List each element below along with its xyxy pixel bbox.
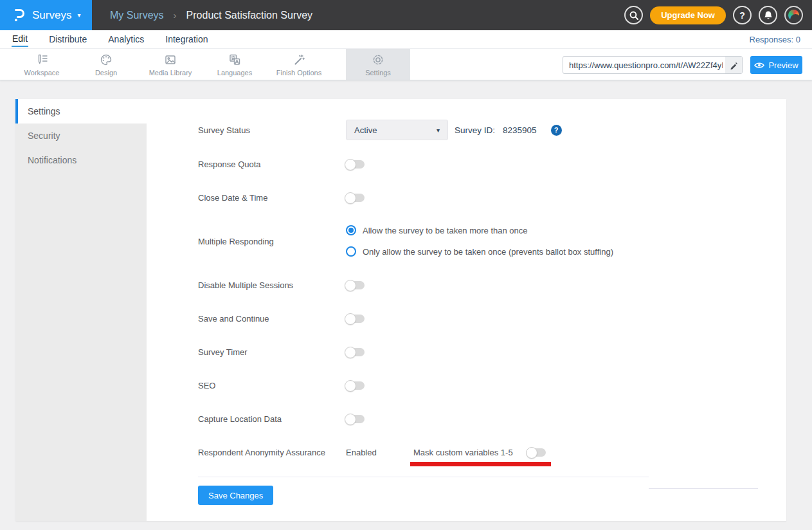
- survey-timer-label: Survey Timer: [198, 347, 346, 357]
- survey-nav: Edit Distribute Analytics Integration Re…: [0, 30, 812, 48]
- sidebar-item-security[interactable]: Security: [15, 123, 147, 148]
- preview-label: Preview: [768, 60, 798, 70]
- toolbar-item-languages[interactable]: Languages: [203, 49, 267, 80]
- edit-url-button[interactable]: [725, 57, 742, 73]
- save-continue-label: Save and Continue: [198, 314, 346, 324]
- mask-variables-label: Mask custom variables 1-5: [413, 448, 527, 457]
- product-switcher[interactable]: Surveys ▾: [0, 0, 92, 30]
- question-mark-icon: ?: [739, 10, 745, 21]
- breadcrumb-my-surveys[interactable]: My Surveys: [110, 10, 164, 21]
- tab-integration[interactable]: Integration: [165, 33, 208, 46]
- multiple-responding-label: Multiple Responding: [198, 225, 346, 257]
- survey-status-row: Survey Status Active ▾ Survey ID: 823590…: [198, 120, 562, 140]
- anonymity-status: Enabled: [346, 448, 413, 457]
- toolbar-item-label: Settings: [365, 69, 391, 77]
- image-icon: [163, 53, 177, 67]
- survey-status-select[interactable]: Active ▾: [346, 120, 448, 140]
- mask-variables-toggle[interactable]: [527, 448, 546, 457]
- preview-button[interactable]: Preview: [750, 56, 802, 74]
- survey-id-label: Survey ID:: [455, 125, 495, 135]
- radio-option-label: Allow the survey to be taken more than o…: [363, 226, 528, 235]
- toolbar-item-label: Finish Options: [276, 69, 321, 77]
- help-button[interactable]: ?: [733, 6, 752, 24]
- seo-toggle[interactable]: [346, 381, 365, 390]
- chevron-down-icon: ▾: [77, 12, 80, 19]
- settings-sidebar: Settings Security Notifications: [15, 99, 147, 521]
- responses-count[interactable]: Responses: 0: [750, 35, 801, 44]
- sidebar-item-label: Security: [28, 131, 60, 141]
- survey-url-input[interactable]: [563, 60, 725, 70]
- save-changes-button[interactable]: Save Changes: [198, 486, 273, 505]
- survey-url-box: [563, 56, 743, 74]
- response-quota-toggle[interactable]: [346, 160, 365, 169]
- tab-distribute[interactable]: Distribute: [48, 33, 87, 46]
- chevron-right-icon: ›: [174, 10, 177, 21]
- survey-id-value: 8235905: [503, 125, 537, 135]
- toolbar-item-workspace[interactable]: Workspace: [10, 49, 74, 80]
- pencil-icon: [730, 61, 738, 69]
- search-button[interactable]: [624, 6, 643, 24]
- radio-selected-icon[interactable]: [346, 225, 356, 235]
- edit-toolbar: Workspace Design Media Library Languages…: [0, 48, 812, 80]
- disable-sessions-row: Disable Multiple Sessions: [198, 280, 365, 290]
- magic-wand-icon: [292, 53, 306, 67]
- breadcrumb: My Surveys › Product Satisfaction Survey: [110, 10, 312, 21]
- user-avatar[interactable]: [784, 6, 803, 24]
- radio-unselected-icon[interactable]: [346, 246, 356, 257]
- toolbar-item-settings[interactable]: Settings: [346, 49, 410, 80]
- anonymity-label: Respondent Anonymity Assurance: [198, 448, 346, 457]
- capture-location-row: Capture Location Data: [198, 414, 365, 424]
- gear-icon: [371, 53, 385, 67]
- search-icon: [629, 10, 639, 21]
- seo-row: SEO: [198, 380, 365, 390]
- sidebar-item-notifications[interactable]: Notifications: [15, 148, 147, 172]
- survey-status-label: Survey Status: [198, 125, 346, 135]
- capture-location-label: Capture Location Data: [198, 414, 346, 424]
- toolbar-item-label: Workspace: [24, 69, 60, 77]
- tab-analytics[interactable]: Analytics: [107, 33, 145, 46]
- radio-option-once[interactable]: Only allow the survey to be taken once (…: [346, 246, 613, 257]
- eye-icon: [754, 62, 764, 69]
- survey-timer-toggle[interactable]: [346, 348, 365, 356]
- sidebar-background: Security Notifications: [15, 123, 147, 521]
- settings-panel: Settings Security Notifications Survey S…: [15, 99, 786, 521]
- notifications-button[interactable]: [759, 6, 777, 24]
- avatar-image: [788, 10, 799, 21]
- upgrade-now-button[interactable]: Upgrade Now: [650, 6, 726, 24]
- radio-option-multiple[interactable]: Allow the survey to be taken more than o…: [346, 225, 613, 235]
- bell-icon: [763, 10, 773, 21]
- toolbar-item-label: Design: [95, 69, 117, 77]
- toolbar-item-media-library[interactable]: Media Library: [138, 49, 203, 80]
- close-date-toggle[interactable]: [346, 194, 365, 202]
- toolbar-item-finish-options[interactable]: Finish Options: [267, 49, 331, 80]
- annotation-red-underline: [410, 462, 551, 466]
- secondary-divider: [649, 488, 758, 489]
- product-name: Surveys: [32, 9, 71, 22]
- toolbar-item-label: Media Library: [149, 69, 192, 77]
- anonymity-row: Respondent Anonymity Assurance Enabled M…: [198, 447, 546, 457]
- seo-label: SEO: [198, 381, 346, 390]
- form-divider: [198, 477, 649, 477]
- disable-sessions-label: Disable Multiple Sessions: [198, 280, 346, 290]
- close-date-row: Close Date & Time: [198, 192, 365, 203]
- top-header: Surveys ▾ My Surveys › Product Satisfact…: [0, 0, 812, 30]
- capture-location-toggle[interactable]: [346, 415, 365, 423]
- sidebar-item-label: Settings: [28, 106, 60, 116]
- save-continue-toggle[interactable]: [346, 315, 365, 323]
- radio-option-label: Only allow the survey to be taken once (…: [363, 247, 613, 257]
- toolbar-item-design[interactable]: Design: [74, 49, 138, 80]
- survey-timer-row: Survey Timer: [198, 347, 365, 357]
- page-title: Product Satisfaction Survey: [186, 10, 313, 21]
- tab-edit[interactable]: Edit: [12, 32, 28, 47]
- sidebar-item-label: Notifications: [28, 155, 77, 165]
- save-continue-row: Save and Continue: [198, 313, 365, 324]
- survey-id-help-icon[interactable]: ?: [551, 125, 562, 136]
- questionpro-logo-icon: [13, 7, 25, 23]
- disable-sessions-toggle[interactable]: [346, 281, 365, 289]
- toolbar-item-label: Languages: [217, 69, 252, 77]
- palette-icon: [99, 53, 113, 67]
- translate-icon: [228, 53, 242, 67]
- workspace-icon: [35, 53, 49, 67]
- sidebar-item-settings[interactable]: Settings: [15, 99, 147, 123]
- close-date-label: Close Date & Time: [198, 193, 346, 203]
